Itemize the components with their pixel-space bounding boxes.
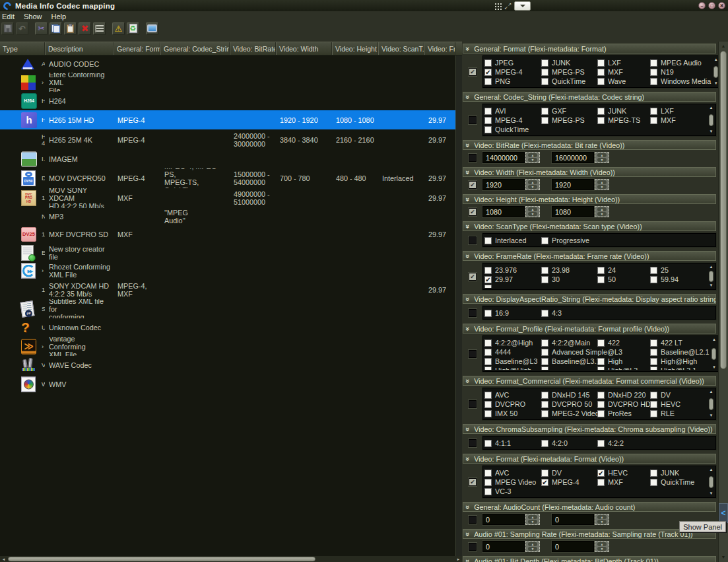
table-row-etere-conforming-xml-file[interactable]: ›Etere Conforming XML File <box>0 73 455 92</box>
close-button[interactable]: ✖ <box>718 2 725 9</box>
option-24[interactable]: 24 <box>597 266 650 274</box>
spin-up-icon[interactable]: ▲ <box>597 515 607 519</box>
option-windows-media[interactable]: Windows Media <box>650 77 711 85</box>
section-header-video-bitrate[interactable]: »Video: BitRate (Flexi-metadata: Bit rat… <box>463 140 716 150</box>
option-mxf[interactable]: MXF <box>650 116 706 124</box>
spin-up-icon[interactable]: ▲ <box>528 542 537 546</box>
scroll-down-arrow-icon[interactable]: ▼ <box>710 129 713 134</box>
option-n19[interactable]: N19 <box>650 68 711 76</box>
section-header-video-scantype[interactable]: »Video: ScanType (Flexi-metadata: Scan t… <box>463 221 716 231</box>
spin-up-icon[interactable]: ▲ <box>528 515 537 519</box>
table-row-new-story-creator-file[interactable]: ENew story creator file <box>0 244 455 262</box>
layout-dropdown[interactable] <box>514 1 531 11</box>
menu-edit[interactable]: Edit <box>2 13 15 20</box>
section-header-audio01-sampling-rate[interactable]: »Audio #01: Sampling Rate (Flexi-metadat… <box>463 529 716 539</box>
export-button[interactable] <box>93 22 106 35</box>
master-checkbox-audio01-sampling-rate[interactable] <box>469 543 477 551</box>
master-checkbox-video-scantype[interactable] <box>469 236 477 244</box>
option-mxf[interactable]: MXF <box>597 478 650 486</box>
collapse-chevron-icon[interactable]: » <box>464 143 472 147</box>
option-mpeg-4[interactable]: MPEG-4 <box>541 478 597 486</box>
maximize-button[interactable]: □ <box>708 2 715 9</box>
option-dvcpro-hd[interactable]: DVCPRO HD <box>597 400 650 408</box>
section-header-video-framerate[interactable]: »Video: FrameRate (Flexi-metadata: Frame… <box>463 251 716 261</box>
master-checkbox-video-format[interactable] <box>469 478 477 486</box>
section-scrollbar[interactable]: ▲▼ <box>710 337 717 370</box>
vertical-scroll-thumb[interactable] <box>720 51 727 369</box>
option-gxf[interactable]: GXF <box>541 107 597 115</box>
option-baseline-l2-1[interactable]: Baseline@L2.1 <box>650 348 709 356</box>
table-row-rhozet-conforming-xml-file[interactable]: ▶▶›Rhozet Conforming XML File <box>0 262 455 280</box>
collapse-chevron-icon[interactable]: » <box>464 456 472 460</box>
grid-icon[interactable] <box>494 2 502 10</box>
collapse-chevron-icon[interactable]: » <box>464 559 472 562</box>
spin-up-icon[interactable]: ▲ <box>528 153 537 157</box>
column-header-video-bitrate[interactable]: Video: BitRate <box>230 42 276 55</box>
table-row-audio-codec[interactable]: AAUDIO CODEC <box>0 55 455 73</box>
section-scrollbar[interactable]: ▲▼ <box>708 468 715 496</box>
master-checkbox-video-width[interactable] <box>469 181 477 189</box>
option-wave[interactable]: Wave <box>597 77 650 85</box>
section-scroll-thumb[interactable] <box>711 348 716 360</box>
cut-button[interactable]: ✂ <box>35 22 48 35</box>
spinner-buttons[interactable]: ▲▼ <box>595 179 609 190</box>
table-row-imagem[interactable]: I.IMAGEM <box>0 150 455 168</box>
delete-button[interactable]: ✖ <box>79 22 91 35</box>
scroll-up-arrow-icon[interactable]: ▲ <box>710 265 713 269</box>
spinner-buttons[interactable]: ▲▼ <box>525 152 540 163</box>
column-header-video-fra[interactable]: Video: Fra... <box>424 42 455 55</box>
option-422-lt[interactable]: 422 LT <box>650 339 709 347</box>
option-lxf[interactable]: LXF <box>597 59 650 67</box>
column-header-general-format[interactable]: General: Format <box>114 42 160 55</box>
spin-down-icon[interactable]: ▼ <box>597 520 607 524</box>
scroll-down-arrow-icon[interactable]: ▼ <box>719 553 728 561</box>
option-mpeg-video[interactable]: MPEG Video <box>484 478 541 486</box>
option-avc[interactable]: AVC <box>484 469 541 477</box>
section-scroll-thumb[interactable] <box>709 398 713 410</box>
column-header-video-scant[interactable]: Video: ScanT... <box>378 42 424 55</box>
option-16-9[interactable]: 16:9 <box>484 309 541 317</box>
section-header-video-chromasubsampling[interactable]: »Video: ChromaSubsampling (Flexi-metadat… <box>463 424 716 434</box>
spin-up-icon[interactable]: ▲ <box>528 180 537 184</box>
master-checkbox-general-codec-string[interactable] <box>469 116 477 124</box>
spinner-buttons[interactable]: ▲▼ <box>525 179 540 190</box>
option-4-2-2-high[interactable]: 4:2:2@High <box>484 339 541 347</box>
option-59-94[interactable]: 59.94 <box>650 275 706 283</box>
option-mpeg-ps[interactable]: MPEG-PS <box>541 68 597 76</box>
scroll-up-arrow-icon[interactable]: ▲ <box>710 106 713 110</box>
scroll-down-arrow-icon[interactable]: ▼ <box>710 413 713 418</box>
show-panel-tooltip[interactable]: Show Panel <box>679 521 726 532</box>
collapse-chevron-icon[interactable]: » <box>464 505 472 509</box>
spin-up-icon[interactable]: ▲ <box>597 542 607 546</box>
section-header-general-codec-string[interactable]: »General: Codec_String (Flexi-metadata: … <box>463 92 716 102</box>
option-mpeg-ts[interactable]: MPEG-TS <box>597 116 650 124</box>
option-23-98[interactable]: 23.98 <box>541 266 597 274</box>
section-scroll-thumb[interactable] <box>709 271 713 282</box>
section-scroll-thumb[interactable] <box>709 476 713 488</box>
option-mpeg-ps[interactable]: MPEG-PS <box>541 116 597 124</box>
option-mpeg-2-video[interactable]: MPEG-2 Video <box>541 409 597 417</box>
option-baseline-l3[interactable]: Baseline@L3 <box>484 357 541 365</box>
spinner-field-13-0[interactable]: 0 <box>482 541 525 552</box>
option-jpeg[interactable]: JPEG <box>484 59 541 67</box>
show-panel-expander[interactable]: < <box>719 503 728 523</box>
spinner-field-4-1[interactable]: 1080 <box>552 206 594 217</box>
master-checkbox-video-format-profile[interactable] <box>469 350 477 358</box>
spin-down-icon[interactable]: ▼ <box>597 547 607 551</box>
save-button[interactable] <box>1 22 14 35</box>
option-4-2-2[interactable]: 4:2:2 <box>597 439 650 447</box>
option-vc-3[interactable]: VC-3 <box>484 487 541 495</box>
option-junk[interactable]: JUNK <box>597 107 650 115</box>
collapse-chevron-icon[interactable]: » <box>464 378 472 382</box>
spinner-buttons[interactable]: ▲▼ <box>525 541 540 552</box>
table-row-h264[interactable]: H264HH264 <box>0 92 455 110</box>
table-row-mp3[interactable]: NMP3''MPEG Audio'' <box>0 208 455 225</box>
scroll-up-arrow-icon[interactable]: ▲ <box>710 390 713 394</box>
option-dnxhd-145[interactable]: DNxHD 145 <box>541 391 597 399</box>
option-4-2-2-main[interactable]: 4:2:2@Main <box>541 339 597 347</box>
spin-down-icon[interactable]: ▼ <box>528 547 537 551</box>
section-header-video-height[interactable]: »Video: Height (Flexi-metadata: Height (… <box>463 194 716 204</box>
master-checkbox-video-bitrate[interactable] <box>469 154 477 162</box>
master-checkbox-video-chromasubsampling[interactable] <box>469 439 477 447</box>
collapse-chevron-icon[interactable]: » <box>464 94 472 98</box>
